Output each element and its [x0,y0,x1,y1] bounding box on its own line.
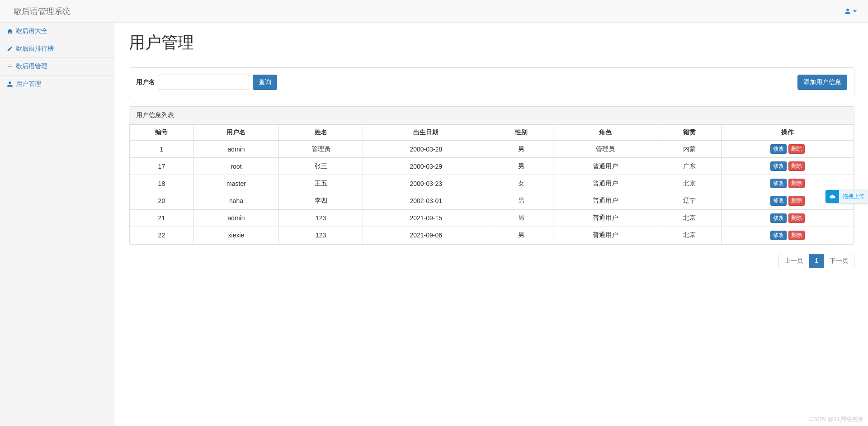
table-cell-username: master [193,175,278,192]
user-table: 编号用户名姓名出生日期性别角色籍贯操作 1admin管理员2000-03-28男… [129,124,854,244]
table-cell-id: 1 [130,141,194,158]
table-header-cell: 籍贯 [657,125,722,141]
table-row: 17root张三2000-03-29男普通用户广东修改删除 [130,158,854,175]
table-cell-origin: 广东 [657,158,722,175]
table-cell-birth: 2000-03-28 [363,141,489,158]
table-header-cell: 编号 [130,125,194,141]
sidebar-item-collection[interactable]: 歇后语大全 [0,23,115,40]
pagination: 上一页 1 下一页 [129,254,854,268]
table-cell-gender: 男 [489,209,553,227]
next-page-button[interactable]: 下一页 [824,254,854,268]
sidebar-item-manage[interactable]: 歇后语管理 [0,58,115,76]
table-panel: 用户信息列表 编号用户名姓名出生日期性别角色籍贯操作 1admin管理员2000… [129,106,854,245]
add-user-button[interactable]: 添加用户信息 [797,75,847,90]
edit-button[interactable]: 修改 [770,161,787,171]
edit-button[interactable]: 修改 [770,179,787,188]
main-content: 用户管理 用户名 查询 添加用户信息 用户信息列表 编号用户名姓名出生日期性别角… [115,23,868,426]
table-row: 20haha李四2002-03-01男普通用户辽宁修改删除 [130,192,854,209]
table-panel-title: 用户信息列表 [129,107,854,124]
table-cell-name: 123 [279,227,363,244]
edit-icon [7,46,13,52]
cloud-upload-icon [826,190,839,203]
navbar-right [844,8,861,14]
delete-button[interactable]: 删除 [788,144,805,154]
search-button[interactable]: 查询 [253,75,277,90]
table-cell-birth: 2000-03-23 [363,175,489,192]
edit-button[interactable]: 修改 [770,213,787,223]
home-icon [7,28,13,34]
delete-button[interactable]: 删除 [788,179,805,188]
table-cell-id: 17 [130,158,194,175]
table-cell-username: admin [193,209,278,227]
table-cell-gender: 男 [489,227,553,244]
list-icon [7,63,13,70]
table-cell-role: 普通用户 [553,175,657,192]
app-title: 歇后语管理系统 [7,6,77,17]
edit-button[interactable]: 修改 [770,144,787,154]
delete-button[interactable]: 删除 [788,161,805,171]
table-header-cell: 出生日期 [363,125,489,141]
table-cell-birth: 2021-09-06 [363,227,489,244]
search-panel: 用户名 查询 添加用户信息 [129,67,854,97]
table-cell-origin: 内蒙 [657,141,722,158]
table-cell-name: 张三 [279,158,363,175]
table-header-cell: 用户名 [193,125,278,141]
navbar: 歇后语管理系统 [0,0,868,23]
delete-button[interactable]: 删除 [788,196,805,205]
table-cell-name: 李四 [279,192,363,209]
table-cell-origin: 北京 [657,209,722,227]
table-cell-actions: 修改删除 [721,209,854,227]
sidebar-item-ranking[interactable]: 歇后语排行榜 [0,40,115,58]
sidebar-item-label: 歇后语管理 [16,62,47,71]
user-dropdown[interactable] [844,8,857,14]
table-cell-origin: 北京 [657,175,722,192]
username-input[interactable] [159,75,249,90]
table-cell-id: 18 [130,175,194,192]
table-header-cell: 姓名 [279,125,363,141]
table-cell-username: haha [193,192,278,209]
table-row: 22xiexie1232021-09-06男普通用户北京修改删除 [130,227,854,244]
table-cell-birth: 2000-03-29 [363,158,489,175]
table-cell-role: 普通用户 [553,192,657,209]
user-icon [7,81,13,87]
table-cell-role: 普通用户 [553,209,657,227]
sidebar-item-label: 歇后语大全 [16,27,47,35]
upload-widget[interactable]: 拖拽上传 [826,190,868,203]
page-number-button[interactable]: 1 [809,254,824,268]
delete-button[interactable]: 删除 [788,231,805,240]
search-group: 用户名 查询 [136,75,277,90]
table-cell-username: xiexie [193,227,278,244]
table-header-cell: 操作 [721,125,854,141]
table-cell-id: 22 [130,227,194,244]
table-cell-origin: 北京 [657,227,722,244]
table-cell-actions: 修改删除 [721,141,854,158]
page-title: 用户管理 [129,32,854,58]
table-row: 1admin管理员2000-03-28男管理员内蒙修改删除 [130,141,854,158]
sidebar-item-users[interactable]: 用户管理 [0,76,115,93]
table-cell-role: 管理员 [553,141,657,158]
table-cell-username: admin [193,141,278,158]
table-row: 18master王五2000-03-23女普通用户北京修改删除 [130,175,854,192]
table-cell-id: 21 [130,209,194,227]
table-cell-origin: 辽宁 [657,192,722,209]
table-cell-gender: 女 [489,175,553,192]
table-header-cell: 角色 [553,125,657,141]
table-cell-birth: 2002-03-01 [363,192,489,209]
edit-button[interactable]: 修改 [770,196,787,205]
upload-label: 拖拽上传 [839,190,868,203]
table-cell-actions: 修改删除 [721,227,854,244]
sidebar-item-label: 歇后语排行榜 [16,45,54,53]
prev-page-button[interactable]: 上一页 [778,254,809,268]
edit-button[interactable]: 修改 [770,231,787,240]
table-cell-username: root [193,158,278,175]
delete-button[interactable]: 删除 [788,213,805,223]
table-cell-gender: 男 [489,141,553,158]
sidebar: 歇后语大全 歇后语排行榜 歇后语管理 用户管理 [0,23,115,426]
caret-down-icon [853,10,857,12]
table-header-row: 编号用户名姓名出生日期性别角色籍贯操作 [130,125,854,141]
table-cell-gender: 男 [489,192,553,209]
table-cell-role: 普通用户 [553,158,657,175]
search-label: 用户名 [136,78,155,86]
table-cell-birth: 2021-09-15 [363,209,489,227]
table-header-cell: 性别 [489,125,553,141]
